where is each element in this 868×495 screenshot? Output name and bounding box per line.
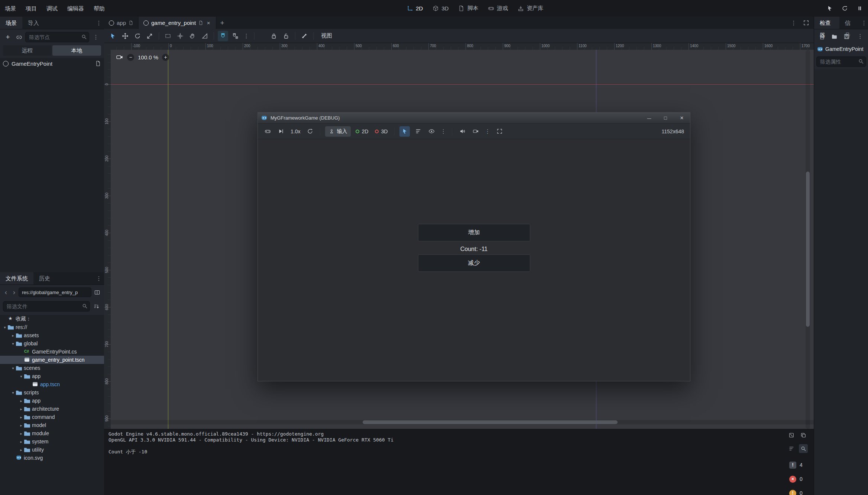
- menu-project[interactable]: 项目: [21, 0, 42, 17]
- output-filter-counter[interactable]: 0: [789, 475, 803, 483]
- tab-inspector[interactable]: 检查器: [814, 17, 839, 29]
- tab-import[interactable]: 导入: [22, 17, 45, 29]
- file-tree-row[interactable]: icon.svg: [0, 454, 104, 462]
- next-frame-button[interactable]: [276, 126, 286, 137]
- horizontal-ruler[interactable]: -100010020030040050060070080090010001100…: [111, 43, 814, 50]
- file-tree-row[interactable]: utility: [0, 446, 104, 454]
- fullscreen-button[interactable]: [494, 126, 505, 137]
- file-tree-row[interactable]: app.tscn: [0, 380, 104, 388]
- ruler-tool-button[interactable]: [200, 31, 210, 41]
- run-cursor-button[interactable]: [825, 4, 835, 13]
- scene-tree-options-icon[interactable]: [91, 34, 101, 40]
- expand-editor-button[interactable]: [801, 18, 811, 28]
- scene-tree-root-row[interactable]: GameEntryPoint: [0, 58, 104, 69]
- pivot-tool-button[interactable]: [175, 31, 185, 41]
- forward-icon[interactable]: ›: [10, 287, 18, 297]
- clear-output-button[interactable]: [787, 431, 796, 440]
- collapse-duplicates-button[interactable]: [787, 444, 796, 453]
- select-tool-button[interactable]: [108, 31, 118, 41]
- local-button[interactable]: 本地: [52, 45, 101, 56]
- expand-arrow-icon[interactable]: [19, 374, 24, 378]
- tab-history[interactable]: 历史: [33, 272, 56, 284]
- close-tab-icon[interactable]: [206, 20, 211, 26]
- move-tool-button[interactable]: [120, 31, 130, 41]
- sort-files-button[interactable]: [91, 302, 101, 311]
- rotate-tool-button[interactable]: [132, 31, 143, 41]
- path-field[interactable]: [19, 287, 91, 297]
- pause-button[interactable]: [855, 4, 864, 13]
- expand-arrow-icon[interactable]: [19, 407, 24, 411]
- dock-menu-icon[interactable]: [860, 17, 868, 29]
- node-list-button[interactable]: [413, 126, 423, 137]
- file-tree-row[interactable]: game_entry_point.tscn: [0, 356, 104, 364]
- view-menu-button[interactable]: 视图: [317, 32, 336, 39]
- output-filter-counter[interactable]: 4: [789, 460, 803, 469]
- menu-help[interactable]: 帮助: [89, 0, 110, 17]
- increase-button[interactable]: 增加: [418, 224, 530, 241]
- zoom-out-button[interactable]: [127, 54, 134, 61]
- pan-tool-button[interactable]: [187, 31, 198, 41]
- file-tree-row[interactable]: app: [0, 397, 104, 405]
- tab-scene[interactable]: 场景: [0, 17, 22, 29]
- snap-options-icon[interactable]: [242, 33, 250, 39]
- restart-button[interactable]: [840, 4, 849, 13]
- decrease-button[interactable]: 减少: [418, 254, 530, 272]
- camera-override-icon[interactable]: [116, 53, 123, 61]
- scene-tab-app[interactable]: app: [104, 17, 139, 29]
- file-tree-row[interactable]: architecture: [0, 405, 104, 413]
- file-tree-row[interactable]: app: [0, 372, 104, 380]
- expand-arrow-icon[interactable]: [19, 432, 24, 436]
- file-tree-row[interactable]: command: [0, 413, 104, 421]
- file-tree-row[interactable]: model: [0, 421, 104, 429]
- dock-menu-icon[interactable]: [94, 272, 104, 284]
- file-tree-row[interactable]: system: [0, 437, 104, 446]
- skeleton-options-button[interactable]: [299, 31, 310, 41]
- tab-list-icon[interactable]: [788, 20, 799, 26]
- search-output-button[interactable]: [799, 444, 808, 453]
- back-icon[interactable]: ‹: [2, 287, 10, 297]
- output-filter-counter[interactable]: 0: [789, 489, 803, 495]
- mute-audio-button[interactable]: [457, 126, 467, 137]
- file-tree-row[interactable]: res://: [0, 323, 104, 331]
- file-tree-row[interactable]: scenes: [0, 364, 104, 372]
- inspected-node-row[interactable]: GameEntryPoint: [814, 44, 868, 54]
- 2d-mode-button[interactable]: 2D: [354, 128, 370, 134]
- file-filter-input[interactable]: [3, 301, 90, 312]
- unlock-selection-button[interactable]: [281, 31, 291, 41]
- 3d-mode-button[interactable]: 3D: [373, 128, 389, 134]
- remote-button[interactable]: 远程: [3, 45, 52, 56]
- menu-editor[interactable]: 编辑器: [62, 0, 89, 17]
- close-button[interactable]: [674, 113, 690, 123]
- workspace-3d-button[interactable]: 3D: [433, 5, 448, 12]
- expand-arrow-icon[interactable]: [19, 415, 24, 419]
- smart-snap-button[interactable]: [218, 31, 228, 41]
- file-tree-row[interactable]: GameEntryPoint.cs: [0, 348, 104, 356]
- workspace-2d-button[interactable]: 2D: [407, 5, 423, 12]
- camera-override-button[interactable]: [470, 126, 481, 137]
- workspace-game-button[interactable]: 游戏: [488, 5, 508, 12]
- list-select-button[interactable]: [163, 31, 173, 41]
- file-tree-row[interactable]: module: [0, 429, 104, 437]
- time-scale-button[interactable]: 1.0x: [289, 128, 302, 134]
- grid-snap-button[interactable]: [230, 31, 240, 41]
- split-view-button[interactable]: [92, 287, 102, 297]
- window-options-icon[interactable]: [484, 128, 491, 135]
- dock-menu-icon[interactable]: [94, 17, 104, 29]
- maximize-button[interactable]: [657, 113, 674, 123]
- expand-arrow-icon[interactable]: [10, 342, 16, 346]
- expand-arrow-icon[interactable]: [19, 399, 24, 403]
- new-scene-tab-button[interactable]: [216, 17, 228, 29]
- vertical-ruler[interactable]: 0100200300400500600700800900: [104, 50, 111, 429]
- tab-filesystem[interactable]: 文件系统: [0, 272, 33, 284]
- file-tree-row[interactable]: scripts: [0, 388, 104, 397]
- new-resource-button[interactable]: [817, 32, 827, 41]
- scrollbar-thumb[interactable]: [806, 172, 810, 327]
- game-debug-window[interactable]: MyGFrameworkGame (DEBUG) 1.0x 输入 2D 3D 1…: [258, 112, 690, 381]
- save-resource-button[interactable]: [842, 32, 851, 41]
- minimize-button[interactable]: [641, 113, 657, 123]
- pick-options-icon[interactable]: [440, 128, 447, 135]
- instance-scene-button[interactable]: [14, 32, 24, 42]
- scene-tab-game-entry-point[interactable]: game_entry_point: [139, 17, 216, 29]
- expand-arrow-icon[interactable]: [19, 448, 24, 452]
- attached-script-icon[interactable]: [95, 61, 101, 66]
